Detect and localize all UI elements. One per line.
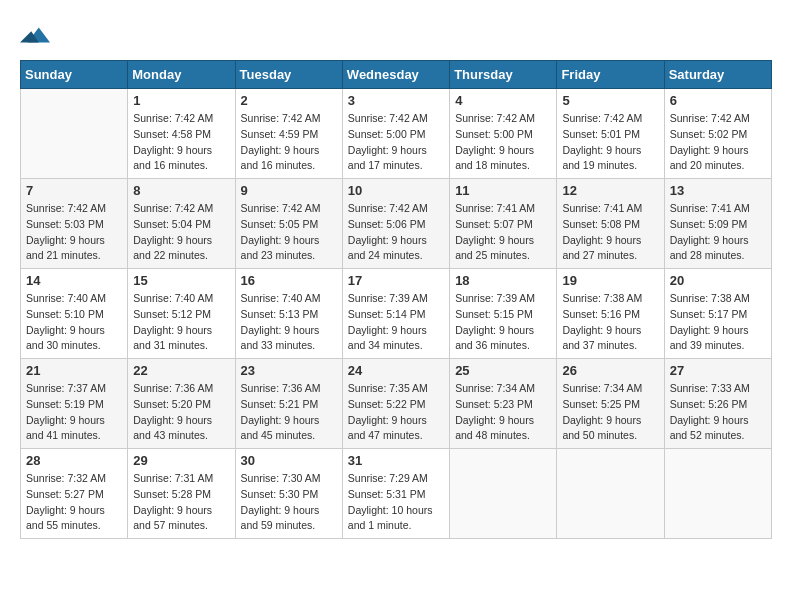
day-info: Sunrise: 7:42 AMSunset: 5:06 PMDaylight:… (348, 201, 444, 264)
day-info: Sunrise: 7:42 AMSunset: 5:00 PMDaylight:… (348, 111, 444, 174)
day-info: Sunrise: 7:40 AMSunset: 5:10 PMDaylight:… (26, 291, 122, 354)
day-number: 12 (562, 183, 658, 198)
day-number: 25 (455, 363, 551, 378)
day-number: 20 (670, 273, 766, 288)
calendar-cell: 11Sunrise: 7:41 AMSunset: 5:07 PMDayligh… (450, 179, 557, 269)
calendar-cell: 18Sunrise: 7:39 AMSunset: 5:15 PMDayligh… (450, 269, 557, 359)
day-info: Sunrise: 7:40 AMSunset: 5:12 PMDaylight:… (133, 291, 229, 354)
week-row-1: 7Sunrise: 7:42 AMSunset: 5:03 PMDaylight… (21, 179, 772, 269)
day-info: Sunrise: 7:42 AMSunset: 4:58 PMDaylight:… (133, 111, 229, 174)
day-number: 14 (26, 273, 122, 288)
calendar-cell: 25Sunrise: 7:34 AMSunset: 5:23 PMDayligh… (450, 359, 557, 449)
day-info: Sunrise: 7:39 AMSunset: 5:15 PMDaylight:… (455, 291, 551, 354)
header-friday: Friday (557, 61, 664, 89)
day-info: Sunrise: 7:42 AMSunset: 5:00 PMDaylight:… (455, 111, 551, 174)
day-number: 11 (455, 183, 551, 198)
day-number: 2 (241, 93, 337, 108)
calendar-cell: 2Sunrise: 7:42 AMSunset: 4:59 PMDaylight… (235, 89, 342, 179)
day-number: 9 (241, 183, 337, 198)
day-info: Sunrise: 7:34 AMSunset: 5:25 PMDaylight:… (562, 381, 658, 444)
day-number: 19 (562, 273, 658, 288)
calendar-cell: 12Sunrise: 7:41 AMSunset: 5:08 PMDayligh… (557, 179, 664, 269)
day-number: 21 (26, 363, 122, 378)
day-number: 4 (455, 93, 551, 108)
calendar-cell: 21Sunrise: 7:37 AMSunset: 5:19 PMDayligh… (21, 359, 128, 449)
day-info: Sunrise: 7:41 AMSunset: 5:07 PMDaylight:… (455, 201, 551, 264)
day-number: 1 (133, 93, 229, 108)
day-info: Sunrise: 7:42 AMSunset: 5:02 PMDaylight:… (670, 111, 766, 174)
calendar-cell: 3Sunrise: 7:42 AMSunset: 5:00 PMDaylight… (342, 89, 449, 179)
day-info: Sunrise: 7:32 AMSunset: 5:27 PMDaylight:… (26, 471, 122, 534)
calendar-cell: 16Sunrise: 7:40 AMSunset: 5:13 PMDayligh… (235, 269, 342, 359)
calendar-cell: 15Sunrise: 7:40 AMSunset: 5:12 PMDayligh… (128, 269, 235, 359)
day-number: 16 (241, 273, 337, 288)
day-number: 8 (133, 183, 229, 198)
calendar-cell: 13Sunrise: 7:41 AMSunset: 5:09 PMDayligh… (664, 179, 771, 269)
week-row-3: 21Sunrise: 7:37 AMSunset: 5:19 PMDayligh… (21, 359, 772, 449)
day-number: 7 (26, 183, 122, 198)
calendar-cell: 29Sunrise: 7:31 AMSunset: 5:28 PMDayligh… (128, 449, 235, 539)
calendar-cell: 7Sunrise: 7:42 AMSunset: 5:03 PMDaylight… (21, 179, 128, 269)
calendar-cell: 10Sunrise: 7:42 AMSunset: 5:06 PMDayligh… (342, 179, 449, 269)
calendar-cell: 8Sunrise: 7:42 AMSunset: 5:04 PMDaylight… (128, 179, 235, 269)
day-number: 28 (26, 453, 122, 468)
calendar-cell: 19Sunrise: 7:38 AMSunset: 5:16 PMDayligh… (557, 269, 664, 359)
day-number: 29 (133, 453, 229, 468)
calendar-cell: 5Sunrise: 7:42 AMSunset: 5:01 PMDaylight… (557, 89, 664, 179)
calendar-cell: 27Sunrise: 7:33 AMSunset: 5:26 PMDayligh… (664, 359, 771, 449)
day-info: Sunrise: 7:29 AMSunset: 5:31 PMDaylight:… (348, 471, 444, 534)
calendar-cell: 30Sunrise: 7:30 AMSunset: 5:30 PMDayligh… (235, 449, 342, 539)
day-info: Sunrise: 7:42 AMSunset: 5:03 PMDaylight:… (26, 201, 122, 264)
day-info: Sunrise: 7:42 AMSunset: 4:59 PMDaylight:… (241, 111, 337, 174)
day-number: 31 (348, 453, 444, 468)
day-number: 15 (133, 273, 229, 288)
calendar-cell: 24Sunrise: 7:35 AMSunset: 5:22 PMDayligh… (342, 359, 449, 449)
day-number: 30 (241, 453, 337, 468)
day-number: 18 (455, 273, 551, 288)
header-thursday: Thursday (450, 61, 557, 89)
logo-icon (20, 20, 50, 50)
calendar-cell (557, 449, 664, 539)
header-monday: Monday (128, 61, 235, 89)
day-info: Sunrise: 7:41 AMSunset: 5:08 PMDaylight:… (562, 201, 658, 264)
calendar-table: SundayMondayTuesdayWednesdayThursdayFrid… (20, 60, 772, 539)
calendar-cell: 20Sunrise: 7:38 AMSunset: 5:17 PMDayligh… (664, 269, 771, 359)
calendar-cell: 9Sunrise: 7:42 AMSunset: 5:05 PMDaylight… (235, 179, 342, 269)
week-row-4: 28Sunrise: 7:32 AMSunset: 5:27 PMDayligh… (21, 449, 772, 539)
day-info: Sunrise: 7:38 AMSunset: 5:17 PMDaylight:… (670, 291, 766, 354)
calendar-cell: 17Sunrise: 7:39 AMSunset: 5:14 PMDayligh… (342, 269, 449, 359)
day-info: Sunrise: 7:38 AMSunset: 5:16 PMDaylight:… (562, 291, 658, 354)
day-info: Sunrise: 7:37 AMSunset: 5:19 PMDaylight:… (26, 381, 122, 444)
day-info: Sunrise: 7:35 AMSunset: 5:22 PMDaylight:… (348, 381, 444, 444)
day-number: 5 (562, 93, 658, 108)
day-number: 24 (348, 363, 444, 378)
calendar-cell: 22Sunrise: 7:36 AMSunset: 5:20 PMDayligh… (128, 359, 235, 449)
week-row-2: 14Sunrise: 7:40 AMSunset: 5:10 PMDayligh… (21, 269, 772, 359)
day-number: 27 (670, 363, 766, 378)
day-info: Sunrise: 7:36 AMSunset: 5:21 PMDaylight:… (241, 381, 337, 444)
page-header (20, 20, 772, 50)
header-row: SundayMondayTuesdayWednesdayThursdayFrid… (21, 61, 772, 89)
calendar-cell: 31Sunrise: 7:29 AMSunset: 5:31 PMDayligh… (342, 449, 449, 539)
calendar-cell: 4Sunrise: 7:42 AMSunset: 5:00 PMDaylight… (450, 89, 557, 179)
day-info: Sunrise: 7:42 AMSunset: 5:05 PMDaylight:… (241, 201, 337, 264)
day-number: 17 (348, 273, 444, 288)
header-saturday: Saturday (664, 61, 771, 89)
day-info: Sunrise: 7:31 AMSunset: 5:28 PMDaylight:… (133, 471, 229, 534)
day-number: 26 (562, 363, 658, 378)
day-info: Sunrise: 7:40 AMSunset: 5:13 PMDaylight:… (241, 291, 337, 354)
header-tuesday: Tuesday (235, 61, 342, 89)
header-sunday: Sunday (21, 61, 128, 89)
calendar-cell: 6Sunrise: 7:42 AMSunset: 5:02 PMDaylight… (664, 89, 771, 179)
day-number: 3 (348, 93, 444, 108)
day-info: Sunrise: 7:36 AMSunset: 5:20 PMDaylight:… (133, 381, 229, 444)
day-info: Sunrise: 7:41 AMSunset: 5:09 PMDaylight:… (670, 201, 766, 264)
calendar-cell: 26Sunrise: 7:34 AMSunset: 5:25 PMDayligh… (557, 359, 664, 449)
day-number: 10 (348, 183, 444, 198)
day-info: Sunrise: 7:33 AMSunset: 5:26 PMDaylight:… (670, 381, 766, 444)
calendar-cell (450, 449, 557, 539)
day-info: Sunrise: 7:39 AMSunset: 5:14 PMDaylight:… (348, 291, 444, 354)
day-info: Sunrise: 7:42 AMSunset: 5:01 PMDaylight:… (562, 111, 658, 174)
calendar-cell (21, 89, 128, 179)
calendar-cell: 14Sunrise: 7:40 AMSunset: 5:10 PMDayligh… (21, 269, 128, 359)
